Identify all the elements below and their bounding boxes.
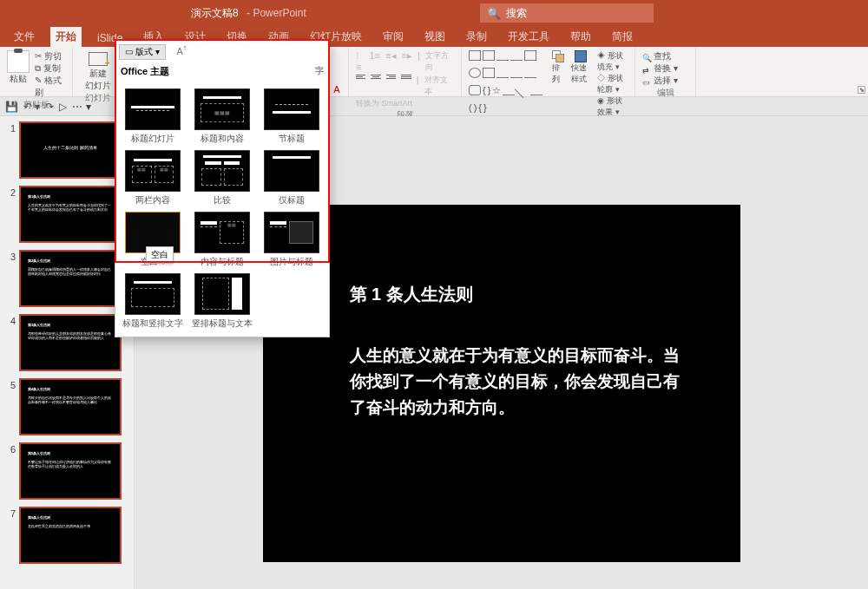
align-text-button[interactable]: 对齐文本 — [424, 75, 454, 97]
clipboard-items: ✂ 剪切 ⧉ 复制 ✎ 格式刷 — [35, 50, 65, 99]
layout-title-slide[interactable]: 标题幻灯片 — [122, 88, 183, 145]
align-center-button[interactable] — [371, 75, 380, 85]
tab-help[interactable]: 帮助 — [565, 27, 596, 47]
align-justify-button[interactable] — [401, 75, 411, 85]
paste-icon — [7, 50, 30, 73]
search-placeholder: 搜索 — [506, 6, 527, 21]
search-box[interactable]: 🔍 搜索 — [480, 3, 654, 23]
indent-left-button[interactable]: ≡◂ — [385, 50, 396, 73]
paste-button[interactable]: 粘贴 — [7, 50, 30, 99]
quick-styles-button[interactable]: 快速样式 — [571, 50, 591, 118]
slide-thumbnail[interactable]: 7 第6条人生法则在批评世界之前先把自己的房间收拾干净 — [3, 507, 130, 564]
shapes-group: {}☆ (){} 排列 快速样式 ◈ 形状填充 ▾ ◇ 形状轮廓 ▾ ◉ 形状效… — [462, 47, 635, 96]
slide-icon — [89, 52, 108, 66]
editing-label: 编辑 — [642, 87, 688, 99]
text-direction-button[interactable]: 文字方向 — [425, 50, 454, 73]
layout-section-header[interactable]: 节标题 — [261, 88, 322, 145]
tab-home[interactable]: 开始 — [50, 27, 82, 47]
bullets-button[interactable]: ⁝≡ — [356, 50, 365, 73]
select-icon — [642, 76, 651, 85]
shape-fill-button[interactable]: ◈ 形状填充 ▾ — [597, 50, 628, 73]
smartart-button[interactable]: 转换为 SmartArt — [356, 98, 454, 109]
layout-section-header: Office 主题 字 — [115, 62, 329, 82]
find-button[interactable]: 查找 — [642, 50, 688, 62]
tab-file[interactable]: 文件 — [9, 27, 40, 47]
shape-outline-button[interactable]: ◇ 形状轮廓 ▾ — [597, 73, 628, 95]
layout-title-vertical-text[interactable]: 标题和竖排文字 — [122, 273, 183, 330]
format-painter-button[interactable]: ✎ 格式刷 — [35, 75, 65, 99]
layout-content-caption[interactable]: ▦▦ 内容与标题 — [192, 212, 253, 268]
layout-grid: 标题幻灯片 ▦▦▦ 标题和内容 节标题 ▦▦▦▦ 两栏内容 比较 仅标题 空白↖… — [115, 82, 329, 337]
document-title: 演示文稿8 - PowerPoint — [191, 6, 306, 21]
arrange-button[interactable]: 排列 — [552, 50, 564, 118]
slide-thumbnail[interactable]: 1 人生的十二条法则 解药清单 — [3, 121, 130, 179]
indent-right-button[interactable]: ≡▸ — [402, 50, 412, 73]
tab-brief[interactable]: 简报 — [607, 27, 638, 47]
align-right-button[interactable] — [386, 75, 396, 85]
layout-dropdown-button[interactable]: ▭ 版式 ▾ — [119, 44, 166, 60]
app-name: - PowerPoint — [247, 7, 306, 19]
cut-button[interactable]: ✂ 剪切 — [35, 50, 65, 62]
layout-picture-caption[interactable]: 图片与标题 — [261, 212, 322, 268]
slides-label: 幻灯片 — [80, 92, 115, 104]
copy-button[interactable]: ⧉ 复制 — [35, 62, 65, 75]
slide-title[interactable]: 第 1 条人生法则 — [350, 283, 688, 306]
layout-title-content[interactable]: ▦▦▦ 标题和内容 — [192, 88, 253, 145]
tab-view[interactable]: 视图 — [419, 27, 450, 47]
slide-thumbnail[interactable]: 2 第1条人生法则人生的意义就在于为有意义的目标而奋斗当你找到了一个有意义的目标… — [3, 186, 130, 243]
slide-body[interactable]: 人生的意义就在于为有意义的目标而奋斗。当你找到了一个有意义的目标，你会发现自己有… — [350, 343, 688, 422]
replace-icon — [642, 64, 651, 73]
shape-effects-button[interactable]: ◉ 形状效果 ▾ — [597, 95, 628, 118]
main-slide[interactable]: 第 1 条人生法则 人生的意义就在于为有意义的目标而奋斗。当你找到了一个有意义的… — [263, 205, 740, 562]
tab-record[interactable]: 录制 — [461, 27, 492, 47]
slide-thumbnail[interactable]: 5 第4条人生法则与昨天的自己比较而不是与今天的别人比较每个人的起点和条件都不一… — [3, 378, 130, 435]
layout-popup: ▭ 版式 ▾ A↑ Office 主题 字 标题幻灯片 ▦▦▦ 标题和内容 节标… — [115, 40, 330, 337]
tab-review[interactable]: 审阅 — [378, 27, 409, 47]
slide-thumbnail[interactable]: 4 第3条人生法则与那些希望你好的人交朋友你的朋友应该是那些真心希望你成功的人而… — [3, 314, 130, 371]
paragraph-group: ⁝≡ 1≡ ≡◂ ≡▸ | 文字方向 | 对齐文本 转换为 SmartArt 段… — [349, 47, 462, 96]
search-icon: 🔍 — [487, 7, 501, 20]
slide-thumbnail[interactable]: 6 第5条人生法则不要让孩子做任何让你讨厌他们的事情作为父母你有责任教育孩子让他… — [3, 442, 130, 500]
clipboard-group: 粘贴 ✂ 剪切 ⧉ 复制 ✎ 格式刷 剪贴板 ⬊ — [0, 47, 73, 96]
layout-tooltip: 空白 — [146, 246, 174, 264]
drawing-launcher-icon[interactable]: ⬊ — [858, 86, 865, 94]
numbers-button[interactable]: 1≡ — [370, 50, 381, 73]
doc-name: 演示文稿8 — [191, 7, 239, 19]
new-slide-button[interactable]: 新建 幻灯片 — [80, 50, 115, 92]
layout-title-only[interactable]: 仅标题 — [261, 150, 322, 206]
slide-thumbnail[interactable]: 3 第2条人生法则照顾好自己就像照顾你所爱的人一样很多人都会对自己很苛刻对他人却… — [3, 250, 130, 307]
shape-gallery[interactable]: {}☆ (){} — [469, 50, 545, 118]
title-bar: 演示文稿8 - PowerPoint 🔍 搜索 — [0, 0, 868, 26]
clipboard-label: 剪贴板 — [7, 99, 65, 111]
find-icon — [642, 52, 651, 61]
tab-developer[interactable]: 开发工具 — [503, 27, 555, 47]
layout-comparison[interactable]: 比较 — [192, 150, 253, 206]
select-button[interactable]: 选择 ▾ — [642, 75, 688, 87]
editing-group: 查找 替换 ▾ 选择 ▾ 编辑 — [635, 47, 696, 96]
align-left-button[interactable] — [356, 75, 365, 85]
layout-vertical-title-text[interactable]: 竖排标题与文本 — [192, 273, 253, 330]
layout-two-content[interactable]: ▦▦▦▦ 两栏内容 — [122, 150, 183, 206]
replace-button[interactable]: 替换 ▾ — [642, 62, 688, 75]
fontcolor-button[interactable]: A — [332, 84, 341, 95]
